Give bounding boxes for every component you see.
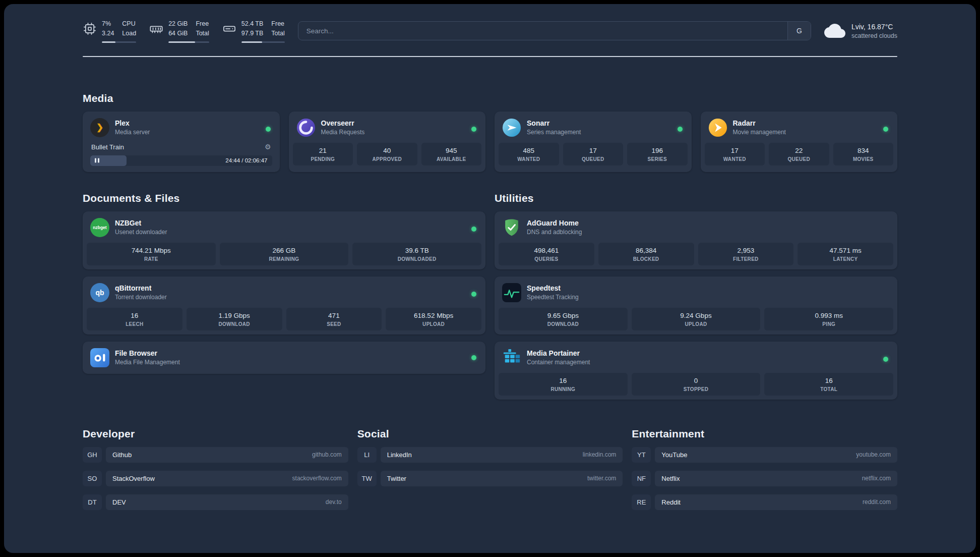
status-dot (266, 127, 271, 132)
service-card-qbittorrent[interactable]: qb qBittorrent Torrent downloader 16 (83, 276, 485, 335)
radarr-icon (708, 118, 727, 137)
bookmark-abbr[interactable]: TW (357, 471, 377, 486)
disk-widget: 52.4 TB 97.9 TB Free Total (222, 19, 285, 43)
service-card-radarr[interactable]: Radarr Movie management 17 WANTED 22 QUE… (701, 112, 898, 172)
service-description: Media File Management (115, 359, 180, 366)
stat-label: QUEUED (771, 156, 827, 162)
stat-tile: 21 PENDING (293, 143, 353, 165)
weather-condition: scattered clouds (851, 32, 897, 39)
bookmark-abbr[interactable]: GH (83, 447, 102, 463)
bookmark-abbr[interactable]: SO (83, 471, 102, 486)
search-engine-button[interactable]: G (787, 22, 811, 40)
service-description: Series management (527, 129, 581, 136)
service-card-overseerr[interactable]: Overseerr Media Requests 21 PENDING 40 A… (289, 112, 486, 172)
status-dot (471, 292, 476, 297)
bookmark-name: Twitter (387, 475, 406, 482)
stat-value: 9.65 Gbps (501, 312, 626, 319)
bookmark-name: StackOverflow (112, 475, 155, 482)
bookmark-dev[interactable]: DT DEV dev.to (83, 494, 348, 510)
service-card-speedtest[interactable]: Speedtest Speedtest Tracking 9.65 Gbps D… (495, 276, 897, 335)
service-card-nzbget[interactable]: nzbget NZBGet Usenet downloader 744.21 M… (83, 211, 485, 269)
memory-icon (149, 22, 163, 36)
memory-progress-bar (168, 41, 209, 43)
bookmark-abbr[interactable]: DT (83, 494, 102, 510)
stat-value: 498,461 (501, 247, 592, 254)
stat-value: 471 (288, 312, 380, 319)
section-developer: Developer GH Github github.com SO StackO… (83, 428, 348, 510)
service-description: Media server (115, 129, 150, 136)
dashboard: 7% 3.24 CPU Load (4, 4, 976, 553)
stat-label: DOWNLOAD (189, 321, 280, 327)
stat-value: 1.19 Gbps (189, 312, 280, 319)
stat-label: QUEUED (565, 156, 622, 162)
bookmark-name: Reddit (661, 498, 681, 506)
section-documents: Documents & Files nzbget NZBGet Usenet d… (83, 192, 485, 374)
now-playing-title: Bullet Train (91, 143, 124, 151)
service-card-adguard[interactable]: AdGuard Home DNS and adblocking 498,461 … (495, 211, 897, 269)
bookmark-stackoverflow[interactable]: SO StackOverflow stackoverflow.com (83, 471, 348, 486)
bookmark-abbr[interactable]: YT (632, 447, 651, 463)
bookmark-url: linkedin.com (583, 451, 617, 458)
bookmark-abbr[interactable]: RE (632, 494, 651, 510)
bookmark-reddit[interactable]: RE Reddit reddit.com (632, 494, 897, 510)
stat-value: 266 GB (222, 247, 347, 254)
service-card-portainer[interactable]: Media Portainer Container management 16 … (495, 342, 897, 400)
stat-label: UPLOAD (634, 321, 759, 327)
stat-label: QUERIES (501, 256, 592, 262)
stat-tile: 0.993 ms PING (764, 308, 893, 330)
section-heading-utilities: Utilities (495, 192, 897, 204)
service-card-plex[interactable]: ❯ Plex Media server Bullet Train ⚙ (83, 112, 280, 172)
bookmark-name: LinkedIn (387, 451, 412, 459)
stat-tile: 266 GB REMAINING (220, 243, 349, 265)
settings-gear-icon[interactable]: ⚙ (265, 143, 271, 150)
stat-label: FILTERED (700, 256, 792, 262)
service-card-filebrowser[interactable]: File Browser Media File Management (83, 342, 485, 374)
service-name: AdGuard Home (527, 219, 582, 227)
stat-tile: 744.21 Mbps RATE (87, 243, 216, 265)
weather-location: Lviv, 16.87°C (851, 23, 897, 31)
stat-label: APPROVED (359, 156, 415, 162)
memory-free-label: Free (196, 19, 209, 29)
stat-tile: 16 RUNNING (499, 373, 628, 396)
bookmark-name: DEV (112, 498, 126, 506)
bookmark-abbr[interactable]: NF (632, 471, 651, 486)
nzbget-logo-text: nzbget (93, 225, 106, 230)
stat-tile: 618.52 Mbps UPLOAD (386, 308, 481, 330)
service-name: Overseerr (321, 119, 365, 127)
bookmark-youtube[interactable]: YT YouTube youtube.com (632, 447, 897, 463)
search-input[interactable] (298, 22, 787, 40)
stat-label: WANTED (501, 156, 557, 162)
stat-tile: 498,461 QUERIES (499, 243, 594, 265)
bookmark-url: github.com (312, 451, 342, 458)
bookmark-linkedin[interactable]: LI LinkedIn linkedin.com (357, 447, 623, 463)
pause-icon[interactable] (95, 158, 99, 163)
portainer-icon (502, 348, 521, 367)
stat-tile: 471 SEED (286, 308, 382, 330)
disk-free-value: 52.4 TB (241, 19, 264, 29)
bookmark-twitter[interactable]: TW Twitter twitter.com (357, 471, 623, 486)
stat-value: 618.52 Mbps (388, 312, 479, 319)
disk-total-label: Total (271, 29, 284, 38)
stat-tile: 9.24 Gbps UPLOAD (632, 308, 761, 330)
stat-value: 39.6 TB (354, 247, 479, 254)
bookmark-abbr[interactable]: LI (357, 447, 377, 463)
section-heading-entertainment: Entertainment (632, 428, 897, 440)
cpu-load-label: Load (122, 29, 136, 38)
bookmark-netflix[interactable]: NF Netflix netflix.com (632, 471, 897, 486)
cpu-label: CPU (122, 19, 136, 29)
bookmark-github[interactable]: GH Github github.com (83, 447, 348, 463)
stat-value: 945 (423, 147, 480, 154)
service-description: Speedtest Tracking (527, 294, 579, 301)
service-card-sonarr[interactable]: Sonarr Series management 485 WANTED 17 Q… (495, 112, 692, 172)
stat-value: 2,953 (700, 247, 792, 254)
stat-tile: 0 STOPPED (632, 373, 761, 396)
service-description: Media Requests (321, 129, 365, 136)
stat-label: PING (766, 321, 891, 327)
service-name: Sonarr (527, 119, 581, 127)
stat-label: TOTAL (766, 386, 891, 392)
bookmark-url: reddit.com (863, 498, 891, 506)
filebrowser-icon (90, 348, 109, 367)
service-description: Container management (527, 359, 590, 366)
playback-progress-bar[interactable]: 24:44 / 02:06:47 (90, 155, 272, 166)
nzbget-icon: nzbget (90, 218, 109, 237)
